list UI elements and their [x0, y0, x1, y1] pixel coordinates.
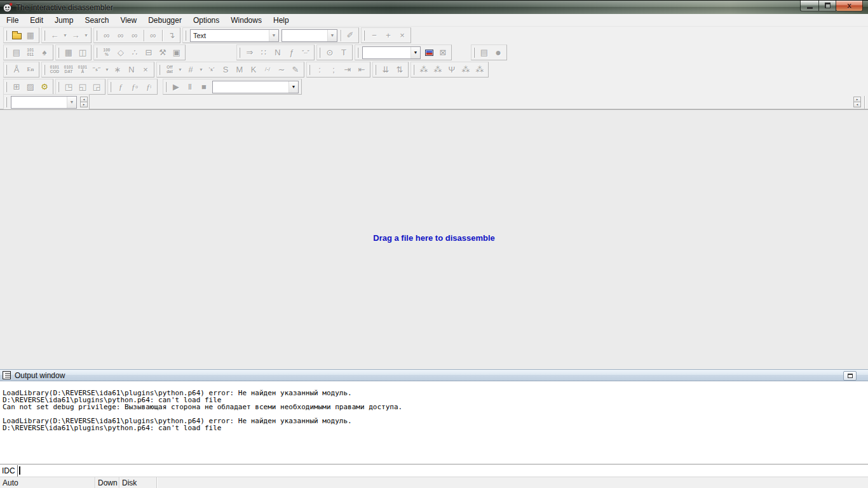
make-string-button[interactable]: "s"	[90, 63, 104, 76]
delete-segment-button[interactable]: ⊠	[436, 46, 450, 59]
toolbar-grip[interactable]	[96, 48, 97, 58]
toolbar-grip[interactable]	[6, 65, 7, 75]
toolbar-grip[interactable]	[6, 97, 7, 107]
text-view-button[interactable]: ▤	[10, 46, 24, 59]
create-segment-button[interactable]	[422, 46, 436, 59]
xrefs-to-button[interactable]: ⁂	[459, 63, 473, 76]
make-name-button[interactable]: N	[125, 63, 139, 76]
function-end-button[interactable]: ƒi	[142, 80, 156, 93]
change-stack-button[interactable]: ⇅	[393, 63, 407, 76]
plugins-button[interactable]: ⚙	[37, 80, 51, 93]
edit-function-button[interactable]: ∷	[257, 46, 271, 59]
open-file-button[interactable]	[10, 29, 24, 42]
segment-combo[interactable]: ▼	[362, 46, 421, 59]
toolbar-grip[interactable]	[58, 82, 59, 92]
make-data-button[interactable]: 0101DAT	[62, 63, 76, 76]
erase-button[interactable]: ✐	[343, 29, 357, 42]
search-again-button[interactable]: ∞	[146, 29, 160, 42]
jump-address-button[interactable]: ↴	[165, 29, 179, 42]
toolbar-grip[interactable]	[6, 82, 7, 92]
record-macro-button[interactable]: ●	[491, 46, 505, 59]
stack-operand-button[interactable]: K	[247, 63, 261, 76]
toolbar-grip[interactable]	[413, 65, 414, 75]
zoom-100-button[interactable]: 100%	[100, 46, 114, 59]
string-type-dropdown[interactable]: ▾	[104, 63, 111, 76]
save-file-button[interactable]: ▦	[24, 29, 37, 42]
toolbar-grip[interactable]	[159, 65, 160, 75]
toolbar-grip[interactable]	[185, 30, 186, 41]
menu-edit[interactable]: Edit	[24, 15, 49, 26]
menu-help[interactable]: Help	[268, 15, 295, 26]
segment-operand-button[interactable]: S	[219, 63, 233, 76]
colon-comment-button[interactable]: :	[313, 63, 327, 76]
patch-button[interactable]: ✎	[288, 63, 302, 76]
menu-file[interactable]: File	[1, 15, 24, 26]
enum-operand-button[interactable]: M	[233, 63, 247, 76]
rename-button[interactable]: N	[271, 46, 285, 59]
toolbar-grip[interactable]	[239, 48, 240, 58]
zoom-out-button[interactable]: −	[367, 29, 381, 42]
debugger-pause-button[interactable]: Ⅱ	[183, 80, 197, 93]
flow-chart-button[interactable]: ⁂	[417, 63, 431, 76]
navigate-back-dropdown[interactable]: ▾	[62, 29, 69, 42]
offset-button[interactable]: Offdat	[163, 63, 177, 76]
run-script-button[interactable]: ▨	[24, 80, 37, 93]
stop-analysis-button[interactable]: ▣	[170, 46, 184, 59]
toolbar-grip[interactable]	[44, 30, 45, 41]
print-button[interactable]: ⊟	[142, 46, 156, 59]
open-stack-frame-button[interactable]: ⇊	[379, 63, 393, 76]
toolbar-grip[interactable]	[96, 30, 97, 41]
functions-list-button[interactable]: ƒ	[114, 80, 128, 93]
search-text-button[interactable]: ∞	[100, 29, 114, 42]
create-function-button[interactable]: ⇒	[243, 46, 257, 59]
scroll-left-icon[interactable]: ◂	[853, 102, 861, 107]
binary-view-button[interactable]: 101011	[24, 46, 37, 59]
toolbar-grip[interactable]	[319, 48, 320, 58]
idc-input[interactable]	[18, 465, 868, 477]
tile-windows-button[interactable]: ◱	[76, 80, 90, 93]
make-array-button[interactable]: ∗	[111, 63, 125, 76]
restore-button[interactable]	[818, 1, 836, 11]
toolbar-grip[interactable]	[44, 65, 45, 75]
disassembly-area[interactable]: Drag a file here to disassemble	[0, 109, 868, 369]
toolbar-grip[interactable]	[363, 30, 365, 41]
toolbar-grip[interactable]	[110, 82, 111, 92]
undefine-button[interactable]: ×	[139, 63, 153, 76]
number-dropdown[interactable]: ▾	[198, 63, 205, 76]
make-code-button[interactable]: 0101COD	[48, 63, 62, 76]
ascii-char-button[interactable]: Å	[10, 63, 24, 76]
string-literal-button[interactable]: "..."	[299, 46, 313, 59]
cascade-windows-button[interactable]: ◳	[62, 80, 76, 93]
close-button[interactable]: x	[836, 1, 863, 11]
fix-stack-button[interactable]: ⇤	[355, 63, 369, 76]
calculator-button[interactable]: ⊞	[10, 80, 24, 93]
semicolon-comment-button[interactable]: ;	[327, 63, 341, 76]
debugger-stop-button[interactable]: ■	[197, 80, 211, 93]
menu-options[interactable]: Options	[187, 15, 225, 26]
output-restore-button[interactable]	[843, 371, 857, 381]
location-combo[interactable]: ▼	[281, 29, 337, 42]
toolbar-grip[interactable]	[473, 48, 475, 58]
scroll-right-icon[interactable]: ▸	[80, 102, 88, 107]
debugger-start-button[interactable]: ▶	[169, 80, 183, 93]
complement-button[interactable]: ∼	[275, 63, 288, 76]
toolbar-grip[interactable]	[375, 65, 376, 75]
offset-dropdown[interactable]: ▾	[177, 63, 184, 76]
output-log[interactable]: LoadLibrary(D:\REVERSE\ida61\plugins\pyt…	[0, 381, 868, 464]
listing-options-button[interactable]: ▦	[62, 46, 76, 59]
xref-crown-button[interactable]: Ψ	[445, 63, 459, 76]
comment-button[interactable]: ⊙	[323, 46, 337, 59]
toolbar-grip[interactable]	[309, 65, 310, 75]
zoom-in-button[interactable]: +	[381, 29, 395, 42]
title-bar[interactable]: The interactive disassembler x	[0, 0, 868, 14]
toolbar-grip[interactable]	[6, 30, 7, 41]
struct-offset-button[interactable]: /-/	[261, 63, 275, 76]
notepad-button[interactable]: ▤	[477, 46, 491, 59]
anterior-lines-button[interactable]: T	[337, 46, 351, 59]
function-comment-button[interactable]: ƒ	[285, 46, 299, 59]
search-sequence-button[interactable]: ∞	[114, 29, 128, 42]
search-binary-button[interactable]: ∞	[128, 29, 142, 42]
call-graph-button[interactable]: ⁂	[431, 63, 445, 76]
number-button[interactable]: #	[184, 63, 198, 76]
toolbar-grip[interactable]	[6, 48, 7, 58]
